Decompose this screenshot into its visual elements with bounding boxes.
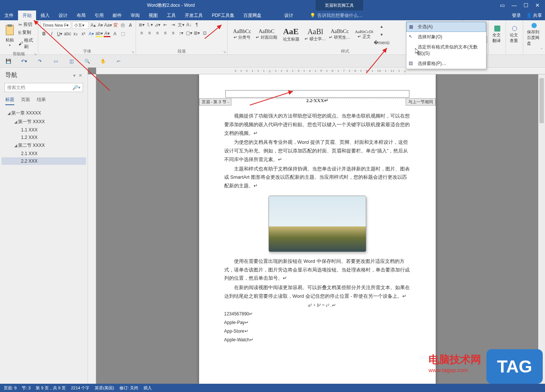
numbering-button[interactable]: ⒈▾ bbox=[146, 21, 153, 28]
tree-item[interactable]: ◢第一节 XXXX bbox=[2, 118, 86, 126]
tree-item[interactable]: 2.1 XXX bbox=[2, 150, 86, 157]
snap-button[interactable]: ⊡ bbox=[201, 30, 208, 36]
justify-button[interactable]: ≡ bbox=[162, 30, 169, 36]
show-marks-button[interactable]: ¶ bbox=[193, 21, 200, 28]
login-link[interactable]: 登录 bbox=[512, 12, 521, 19]
style-item-2[interactable]: AaE论文标题 bbox=[279, 24, 303, 45]
share-button[interactable]: 👤 共享 bbox=[526, 12, 542, 19]
borders-button[interactable]: ⊞▾ bbox=[193, 30, 200, 36]
subscript-button[interactable]: x₂ bbox=[72, 30, 79, 37]
nav-tab-results[interactable]: 结果 bbox=[37, 96, 46, 105]
close-icon[interactable]: ✕ bbox=[535, 2, 540, 8]
maximize-icon[interactable]: ☐ bbox=[524, 2, 528, 8]
qat-1[interactable]: ▭ bbox=[52, 57, 59, 65]
ribbon-display-icon[interactable]: ▭ bbox=[500, 2, 505, 8]
line-spacing-button[interactable]: ↕▾ bbox=[178, 30, 184, 36]
redo-button[interactable]: ↷ bbox=[36, 57, 44, 65]
tab-layout[interactable]: 布局 bbox=[72, 11, 90, 20]
clear-format-button[interactable]: A̷ bbox=[127, 22, 133, 29]
cut-button[interactable]: ✂剪切 bbox=[18, 21, 36, 28]
align-right-button[interactable]: ≡ bbox=[154, 30, 161, 36]
text-direction-button[interactable]: 文▾ bbox=[178, 21, 184, 28]
font-color-button[interactable]: A▾ bbox=[104, 30, 110, 37]
nav-tab-pages[interactable]: 页面 bbox=[21, 96, 30, 105]
inc-indent-button[interactable]: ⇥ bbox=[170, 21, 177, 28]
bold-button[interactable]: B bbox=[41, 30, 47, 37]
char-shading-button[interactable]: A bbox=[112, 30, 118, 37]
tab-review[interactable]: 审阅 bbox=[126, 11, 144, 20]
paste-button[interactable]: 粘贴▾ bbox=[2, 24, 17, 48]
status-wordcount[interactable]: 2214 个字 bbox=[71, 385, 90, 391]
italic-button[interactable]: I bbox=[48, 30, 55, 37]
copy-button[interactable]: ⎘复制 bbox=[18, 29, 36, 36]
style-item-0[interactable]: AaBbCc↵ 分类号 bbox=[230, 24, 254, 45]
align-center-button[interactable]: ≡ bbox=[146, 30, 153, 36]
superscript-button[interactable]: x² bbox=[80, 30, 87, 37]
align-left-button[interactable]: ≡ bbox=[138, 30, 145, 36]
tree-item[interactable]: ◢第一章 XXXXX bbox=[2, 109, 86, 118]
line[interactable]: Apple-Pay↵ bbox=[224, 319, 411, 327]
minimize-icon[interactable]: — bbox=[512, 2, 517, 8]
qat-5[interactable]: ⤺ bbox=[115, 57, 122, 65]
sort-button[interactable]: A↓ bbox=[186, 21, 192, 28]
tab-references[interactable]: 引用 bbox=[90, 11, 108, 20]
style-item-1[interactable]: AaBbC↵ 封面日期 bbox=[254, 24, 279, 45]
status-pagecount[interactable]: 第 9 页，共 9 页 bbox=[36, 385, 65, 391]
menu-select-objects[interactable]: ↖选择对象(O) bbox=[406, 32, 486, 42]
distribute-button[interactable]: ≡ bbox=[170, 30, 177, 36]
tree-item[interactable]: ◢第二节 XXXX bbox=[2, 141, 86, 150]
shading-button[interactable]: ▢▾ bbox=[186, 30, 192, 36]
status-page[interactable]: 页面: 9 bbox=[4, 385, 17, 391]
page[interactable]: 页眉 - 第 3 节 - 与上一节相同 2.2·XXX↵ 视频提供了功能强大的方… bbox=[199, 74, 436, 384]
menu-selection-pane[interactable]: ▤选择窗格(P)… bbox=[406, 59, 486, 69]
tab-pdf[interactable]: PDF工具集 bbox=[207, 11, 239, 20]
styles-up-icon[interactable]: ▴ bbox=[378, 23, 385, 30]
style-item-3[interactable]: AaBl↵ 硕士学… bbox=[303, 24, 328, 45]
nav-close-icon[interactable]: ✕ bbox=[79, 73, 82, 78]
font-name-box[interactable]: Times New F ▾ bbox=[41, 21, 71, 29]
dec-indent-button[interactable]: ⇤ bbox=[162, 21, 169, 28]
menu-select-all[interactable]: ▦全选(A) bbox=[406, 22, 486, 32]
clipboard-dialog-icon[interactable]: ↘ bbox=[34, 52, 37, 56]
text-effects-button[interactable]: A▾ bbox=[88, 30, 95, 37]
multilevel-button[interactable]: ⊿▾ bbox=[154, 21, 161, 28]
change-case-button[interactable]: Aa▾ bbox=[105, 22, 112, 29]
dupcheck-button[interactable]: 论文查重 bbox=[508, 25, 521, 44]
highlight-button[interactable]: ab▾ bbox=[96, 30, 103, 37]
char-border-button[interactable]: ⬚ bbox=[119, 30, 126, 37]
para[interactable]: 视频提供了功能强大的方法帮助您证明您的观点。当您单击联机视频时，可以在想要添加的… bbox=[224, 112, 411, 137]
equation[interactable]: a² + b² = c² .↵ bbox=[224, 302, 411, 309]
translate-button[interactable]: 全文翻译 bbox=[491, 25, 503, 44]
tab-view[interactable]: 视图 bbox=[144, 11, 162, 20]
tree-item-selected[interactable]: 2.2 XXX bbox=[2, 157, 86, 165]
styles-more-icon[interactable]: �menü bbox=[378, 39, 385, 46]
styles-down-icon[interactable]: ▾ bbox=[378, 31, 385, 38]
line[interactable]: 1234567890↵ bbox=[224, 310, 411, 318]
tab-hf-design[interactable]: 设计 bbox=[273, 11, 304, 20]
style-item-5[interactable]: AaBbCcDi↵ 正文 bbox=[352, 24, 376, 45]
para[interactable]: 在新的阅读视图中阅读更加容易。可以折叠文档某些部分并关注所需文本。如果在达到结尾… bbox=[224, 283, 411, 301]
status-language[interactable]: 英语(美国) bbox=[95, 385, 114, 391]
bullets-button[interactable]: ≣▾ bbox=[138, 21, 145, 28]
strike-button[interactable]: abc bbox=[64, 30, 71, 37]
nav-search-input[interactable]: 搜索文档🔎▾ bbox=[5, 83, 83, 92]
underline-button[interactable]: U▾ bbox=[56, 30, 63, 37]
font-size-box[interactable]: 小五 ▾ bbox=[72, 21, 89, 29]
tab-developer[interactable]: 开发工具 bbox=[180, 11, 207, 20]
styles-gallery[interactable]: AaBbCc↵ 分类号 AaBbC↵ 封面日期 AaE论文标题 AaBl↵ 硕士… bbox=[230, 24, 376, 45]
status-track[interactable]: 修订: 关闭 bbox=[119, 385, 138, 391]
format-painter-button[interactable]: 🖌格式刷 bbox=[18, 37, 36, 50]
tab-insert[interactable]: 插入 bbox=[36, 11, 54, 20]
vertical-ruler[interactable] bbox=[88, 74, 96, 384]
style-item-4[interactable]: AaBbCc↵ 研究生… bbox=[328, 24, 352, 45]
tab-file[interactable]: 文件 bbox=[0, 11, 18, 20]
vertical-scrollbar[interactable] bbox=[538, 74, 545, 384]
status-section[interactable]: 节: 3 bbox=[22, 385, 30, 391]
para[interactable]: 为使您的文档具有专业外观，Word 提供了页眉、页脚、封面和文本框设计，这些设计… bbox=[224, 138, 411, 164]
para[interactable]: 使用在需要位置出现的新按钮在 Word 中保存时间。若要更改图片适应文档的方式，… bbox=[224, 257, 411, 283]
collapse-ribbon-icon[interactable]: ˄ bbox=[540, 48, 543, 53]
tab-tools[interactable]: 工具 bbox=[162, 11, 180, 20]
tab-home[interactable]: 开始 bbox=[18, 11, 36, 20]
save-button[interactable]: 💾 bbox=[5, 57, 12, 65]
status-insert[interactable]: 插入 bbox=[143, 385, 152, 391]
